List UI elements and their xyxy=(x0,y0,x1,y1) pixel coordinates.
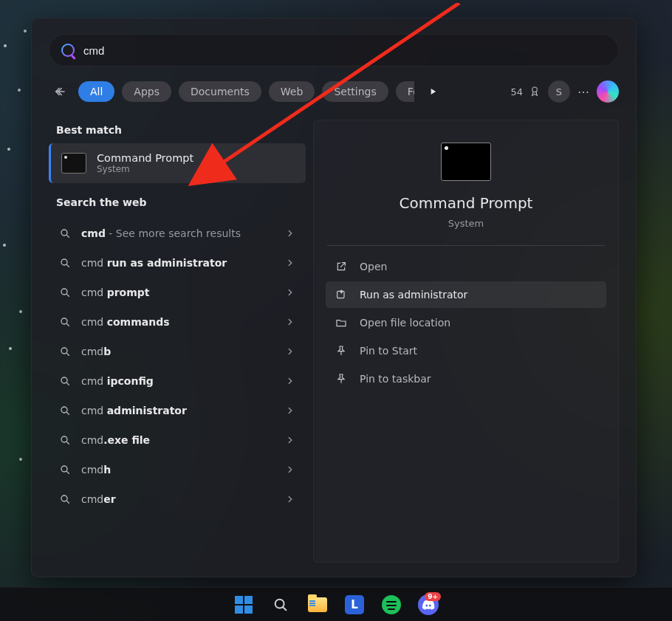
search-icon xyxy=(59,227,71,239)
action-label: Open xyxy=(360,261,387,272)
more-menu-button[interactable]: ⋯ xyxy=(577,85,589,99)
web-result[interactable]: cmd - See more search results xyxy=(49,219,306,248)
chevron-right-icon xyxy=(285,346,295,357)
preview-actions: OpenRun as administratorOpen file locati… xyxy=(326,253,606,392)
web-result[interactable]: cmder xyxy=(49,484,306,514)
preview-app-icon xyxy=(441,143,491,181)
shield-icon xyxy=(335,288,348,301)
results-column: Best match Command Prompt System Search … xyxy=(49,120,306,563)
search-icon xyxy=(59,257,71,269)
search-web-label: Search the web xyxy=(56,196,298,208)
web-result-label: cmd prompt xyxy=(81,287,275,298)
action-label: Run as administrator xyxy=(360,289,467,301)
web-result-label: cmdh xyxy=(81,464,275,476)
web-result[interactable]: cmd administrator xyxy=(49,396,306,425)
action-open[interactable]: Open xyxy=(326,253,606,280)
filter-row: AllAppsDocumentsWebSettingsFoldersPhotos… xyxy=(49,77,619,106)
chevron-right-icon xyxy=(285,287,295,298)
discord-button[interactable]: 9+ xyxy=(416,593,440,617)
taskbar-search-button[interactable] xyxy=(269,593,292,617)
chevron-right-icon xyxy=(285,228,295,239)
avatar-initial: S xyxy=(556,86,562,97)
open-icon xyxy=(335,260,348,273)
search-panel: AllAppsDocumentsWebSettingsFoldersPhotos… xyxy=(31,18,637,577)
filter-pill-folders[interactable]: Folders xyxy=(396,81,414,102)
windows-logo-icon xyxy=(235,596,253,614)
discord-icon: 9+ xyxy=(418,594,439,615)
search-icon xyxy=(59,493,71,505)
pin-icon xyxy=(335,344,348,357)
best-match-title: Command Prompt xyxy=(97,152,193,164)
action-pin-to-taskbar[interactable]: Pin to taskbar xyxy=(326,366,606,392)
web-result-label: cmder xyxy=(81,493,275,505)
action-label: Pin to taskbar xyxy=(360,373,431,385)
search-icon xyxy=(59,405,71,416)
filter-pills: AllAppsDocumentsWebSettingsFoldersPhotos xyxy=(78,81,414,102)
back-button[interactable] xyxy=(49,80,71,103)
action-label: Pin to Start xyxy=(360,345,417,357)
search-icon xyxy=(272,597,289,613)
web-result-label: cmd ipconfig xyxy=(81,375,275,387)
search-icon xyxy=(59,287,71,298)
web-result[interactable]: cmd run as administrator xyxy=(49,248,306,278)
search-icon xyxy=(59,464,71,476)
chevron-right-icon xyxy=(285,494,295,504)
preview-title: Command Prompt xyxy=(400,194,533,212)
chevron-right-icon xyxy=(285,464,295,475)
preview-pane: Command Prompt System OpenRun as adminis… xyxy=(313,120,619,563)
search-icon xyxy=(61,44,75,57)
web-result[interactable]: cmd commands xyxy=(49,307,306,337)
taskbar: L 9+ xyxy=(0,587,672,621)
action-run-as-administrator[interactable]: Run as administrator xyxy=(326,281,606,308)
pin-icon xyxy=(335,372,348,385)
medal-icon xyxy=(529,86,541,97)
taskbar-app-L[interactable]: L xyxy=(343,593,366,617)
web-result[interactable]: cmdb xyxy=(49,337,306,366)
web-result[interactable]: cmd ipconfig xyxy=(49,366,306,396)
start-button[interactable] xyxy=(232,593,256,617)
folder-icon xyxy=(308,597,327,612)
search-bar[interactable] xyxy=(49,34,619,66)
rewards-points: 54 xyxy=(510,86,523,97)
filter-pill-settings[interactable]: Settings xyxy=(322,81,388,102)
web-result-label: cmd administrator xyxy=(81,405,275,416)
action-open-file-location[interactable]: Open file location xyxy=(326,309,606,336)
web-result[interactable]: cmd prompt xyxy=(49,278,306,307)
spotify-button[interactable] xyxy=(380,593,403,617)
chevron-right-icon xyxy=(285,317,295,327)
filter-pill-all[interactable]: All xyxy=(78,81,114,102)
spotify-icon xyxy=(382,595,401,614)
search-input[interactable] xyxy=(82,44,606,58)
divider xyxy=(327,245,605,246)
chevron-right-icon xyxy=(285,376,295,386)
web-result[interactable]: cmd.exe file xyxy=(49,425,306,455)
chevron-right-icon xyxy=(285,405,295,416)
web-result-label: cmd commands xyxy=(81,316,275,328)
account-avatar[interactable]: S xyxy=(548,80,570,103)
preview-subtitle: System xyxy=(448,218,484,229)
action-label: Open file location xyxy=(360,317,450,329)
search-icon xyxy=(59,375,71,387)
app-tile-icon: L xyxy=(345,595,364,614)
chevron-right-icon xyxy=(285,258,295,268)
action-pin-to-start[interactable]: Pin to Start xyxy=(326,337,606,364)
copilot-button[interactable] xyxy=(597,80,619,103)
app-thumbnail-icon xyxy=(61,153,86,174)
folder-icon xyxy=(335,316,348,329)
search-icon xyxy=(59,346,71,357)
web-result-label: cmd.exe file xyxy=(81,434,275,446)
web-results-list: cmd - See more search resultscmd run as … xyxy=(49,219,306,514)
rewards-button[interactable]: 54 xyxy=(510,86,541,97)
filter-pill-web[interactable]: Web xyxy=(269,81,315,102)
best-match-result[interactable]: Command Prompt System xyxy=(49,143,306,183)
search-icon xyxy=(59,316,71,328)
filter-pill-documents[interactable]: Documents xyxy=(179,81,261,102)
web-result-label: cmd - See more search results xyxy=(81,227,275,239)
filter-pill-apps[interactable]: Apps xyxy=(122,81,171,102)
more-filters-button[interactable] xyxy=(422,86,444,97)
web-result-label: cmdb xyxy=(81,346,275,357)
best-match-label: Best match xyxy=(56,124,298,136)
file-explorer-button[interactable] xyxy=(306,593,329,617)
web-result[interactable]: cmdh xyxy=(49,455,306,484)
web-result-label: cmd run as administrator xyxy=(81,257,275,269)
